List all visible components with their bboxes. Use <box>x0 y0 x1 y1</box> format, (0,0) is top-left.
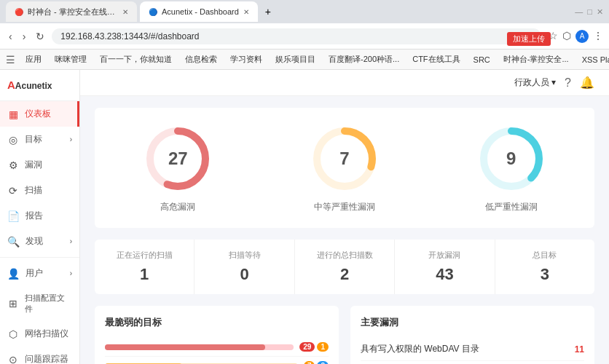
bookmark-apps[interactable]: 应用 <box>21 52 46 66</box>
sidebar-logo: AAcunetix <box>0 70 79 101</box>
target-2-badge-medium: 7 <box>304 361 315 364</box>
network-scanner-icon: ⬡ <box>7 328 19 340</box>
sidebar-item-users[interactable]: 👤 用户 › <box>0 261 79 286</box>
stat-total-scans-label: 进行的总扫描数 <box>302 250 387 261</box>
maximize-btn[interactable]: □ <box>587 7 592 16</box>
tab-1-close[interactable]: ✕ <box>122 8 128 16</box>
scan-config-icon: ⊞ <box>7 298 19 309</box>
bookmark-xss[interactable]: XSS Platform <box>578 54 609 66</box>
bookmark-baidu[interactable]: 百一一下，你就知道 <box>95 52 176 66</box>
charts-row: 27 高危漏洞 7 中等严重性漏洞 <box>95 108 594 228</box>
chart-low: 9 低严重性漏洞 <box>475 122 548 213</box>
main-vuln-2[interactable]: 通过 HTTP 方法 PUT 创建文件 8 <box>361 361 584 364</box>
sidebar-item-reports[interactable]: 📄 报告 <box>0 203 79 229</box>
target-1-badge-medium: 1 <box>317 342 329 352</box>
chart-medium: 7 中等严重性漏洞 <box>308 122 381 213</box>
dashboard-icon: ▦ <box>7 108 19 120</box>
user-menu[interactable]: 行政人员 ▾ <box>514 76 556 89</box>
target-2-badge-low: 8 <box>317 361 329 364</box>
donut-high: 27 <box>141 122 214 195</box>
weakest-targets-title: 最脆弱的目标 <box>105 316 329 329</box>
targets-arrow: › <box>70 135 72 143</box>
donut-high-label: 27 <box>168 149 188 169</box>
target-1-badge-high: 29 <box>299 342 315 352</box>
main-vulns-card: 主要漏洞 具有写入权限的 WebDAV 目录 11 通过 HTTP 方法 PUT… <box>350 306 594 364</box>
bookmark-src[interactable]: SRC <box>469 54 495 66</box>
extension-icon[interactable]: ⬡ <box>562 30 571 43</box>
bookmark-shenshen[interactable]: 时神台-掌控安全... <box>499 52 573 66</box>
donut-low-label: 9 <box>506 149 516 169</box>
toolbar-icons: ☆ ⬡ A ⋮ <box>549 30 603 43</box>
chart-medium-title: 中等严重性漏洞 <box>314 201 375 213</box>
topbar: 行政人员 ▾ ? 🔔 <box>80 70 609 96</box>
stat-open-vulns-label: 开放漏洞 <box>402 250 487 261</box>
bookmarks-icon: ☰ <box>6 54 15 66</box>
stat-waiting-scans-label: 扫描等待 <box>202 250 286 261</box>
tab-bar: 🔴 时神台 - 掌控安全在线渗透靶场 ✕ 🔵 Acunetix - Dashbo… <box>0 0 609 23</box>
content-area: 行政人员 ▾ ? 🔔 27 高危漏洞 <box>80 70 609 364</box>
new-tab-button[interactable]: + <box>261 4 275 19</box>
dashboard-content: 27 高危漏洞 7 中等严重性漏洞 <box>80 96 609 364</box>
main-vulns-title: 主要漏洞 <box>361 316 584 329</box>
target-2-badges: 7 8 <box>304 361 329 364</box>
sidebar-divider-1 <box>0 257 79 258</box>
sidebar-item-dashboard[interactable]: ▦ 仪表板 <box>0 101 79 127</box>
stat-total-targets-label: 总目标 <box>503 250 587 261</box>
stat-waiting-scans: 扫描等待 0 <box>195 240 294 294</box>
discover-arrow: › <box>70 237 72 245</box>
bookmark-translate[interactable]: 百度翻译-200种语... <box>324 52 404 66</box>
users-icon: 👤 <box>7 268 20 280</box>
sidebar-item-vulnerabilities[interactable]: ⚙ 漏洞 <box>0 152 79 178</box>
refresh-button[interactable]: ↻ <box>33 29 47 44</box>
sidebar-item-issue-tracker[interactable]: ⊙ 问题跟踪器 <box>0 347 79 364</box>
chart-high-title: 高危漏洞 <box>160 201 195 213</box>
main-vuln-1-count: 11 <box>575 344 584 355</box>
donut-medium-label: 7 <box>339 149 349 169</box>
tab-1[interactable]: 🔴 时神台 - 掌控安全在线渗透靶场 ✕ <box>6 1 137 22</box>
sidebar-item-targets[interactable]: ◎ 目标 › <box>0 127 79 152</box>
close-btn[interactable]: ✕ <box>597 7 603 17</box>
sidebar-item-network-scanner[interactable]: ⬡ 网络扫描仪 <box>0 321 79 347</box>
donut-medium: 7 <box>308 122 381 195</box>
help-icon[interactable]: ? <box>565 76 571 90</box>
menu-icon[interactable]: ⋮ <box>593 30 603 43</box>
minimize-btn[interactable]: — <box>575 7 583 16</box>
stat-total-scans-value: 2 <box>302 265 387 284</box>
chart-high: 27 高危漏洞 <box>141 122 214 213</box>
stat-waiting-scans-value: 0 <box>202 265 286 284</box>
main-vuln-1-name: 具有写入权限的 WebDAV 目录 <box>361 343 575 355</box>
bottom-section: 最脆弱的目标 29 1 <box>95 306 594 364</box>
tab-2-close[interactable]: ✕ <box>243 8 249 16</box>
bookmark-ent[interactable]: 娱乐项目目 <box>271 52 320 66</box>
scans-icon: ⟳ <box>7 185 19 197</box>
sidebar-item-scan-config[interactable]: ⊞ 扫描配置文件 <box>0 286 79 321</box>
upload-badge: 加速上传 <box>507 32 551 46</box>
stat-total-scans: 进行的总扫描数 2 <box>295 240 395 294</box>
address-bar-row: ‹ › ↻ ☆ ⬡ A ⋮ 加速上传 <box>0 23 609 50</box>
sidebar-navigation: ▦ 仪表板 ◎ 目标 › ⚙ 漏洞 ⟳ 扫描 📄 报告 🔍 发现 <box>0 101 79 364</box>
bookmark-info[interactable]: 信息检索 <box>181 52 221 66</box>
target-1-bar <box>105 344 294 350</box>
stat-running-scans: 正在运行的扫描 1 <box>95 240 195 294</box>
forward-button[interactable]: › <box>20 29 29 44</box>
address-input[interactable] <box>52 28 541 44</box>
stats-row: 正在运行的扫描 1 扫描等待 0 进行的总扫描数 2 开放漏洞 43 总目标 <box>95 240 594 294</box>
weakest-target-2[interactable]: 7 8 <box>105 357 329 364</box>
targets-icon: ◎ <box>7 134 19 146</box>
bookmark-mgmt[interactable]: 咪咪管理 <box>50 52 91 66</box>
stat-total-targets: 总目标 3 <box>495 240 594 294</box>
bookmark-study[interactable]: 学习资料 <box>226 52 267 66</box>
main-vuln-1[interactable]: 具有写入权限的 WebDAV 目录 11 <box>361 338 584 361</box>
bell-icon[interactable]: 🔔 <box>580 76 594 90</box>
stat-open-vulns-value: 43 <box>402 265 487 284</box>
back-button[interactable]: ‹ <box>6 29 15 44</box>
stat-running-scans-label: 正在运行的扫描 <box>102 250 186 261</box>
account-icon[interactable]: A <box>575 30 589 43</box>
weakest-target-1[interactable]: 29 1 <box>105 338 329 357</box>
sidebar-item-discover[interactable]: 🔍 发现 › <box>0 229 79 254</box>
sidebar-item-scans[interactable]: ⟳ 扫描 <box>0 178 79 203</box>
bookmark-ctf[interactable]: CTF在线工具 <box>408 52 464 66</box>
target-1-badges: 29 1 <box>299 342 329 352</box>
tab-2[interactable]: 🔵 Acunetix - Dashboard ✕ <box>140 1 258 22</box>
vulnerabilities-icon: ⚙ <box>7 159 19 171</box>
